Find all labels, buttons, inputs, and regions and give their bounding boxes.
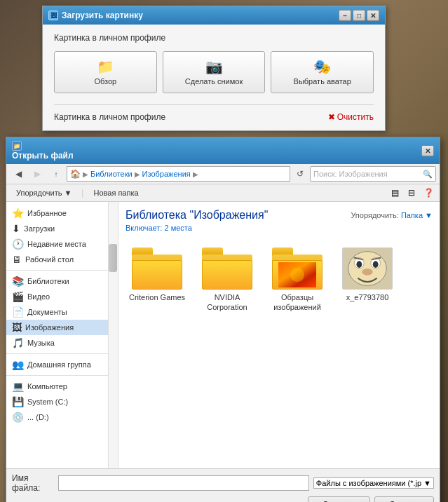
avatar-button[interactable]: 🎭 Выбрать аватар — [271, 51, 374, 93]
address-bar[interactable]: 🏠 ▶ Библиотеки ▶ Изображения ▶ — [67, 166, 290, 182]
view-btn-1[interactable]: ▤ — [387, 186, 402, 200]
sidebar-item-homegroup[interactable]: 👥 Домашняя группа — [6, 357, 118, 372]
sidebar-item-images[interactable]: 🖼 Изображения — [6, 320, 118, 335]
folder-samples[interactable]: Образцы изображений — [266, 245, 329, 316]
homegroup-icon: 👥 — [12, 359, 24, 370]
snapshot-button[interactable]: 📷 Сделать снимок — [163, 51, 266, 93]
clear-link[interactable]: ✖ Очистить — [328, 112, 374, 122]
library-subtitle: Включает: 2 места — [125, 224, 433, 232]
includes-label: Включает: — [125, 224, 162, 232]
upload-title-icon: 🖼 — [48, 11, 58, 20]
files-grid: Criterion Games NVIDIA Corporation — [125, 239, 433, 316]
sidebar-item-recent[interactable]: 🕐 Недавние места — [6, 236, 118, 252]
breadcrumb-images[interactable]: Изображения — [142, 170, 191, 178]
sidebar-item-computer[interactable]: 💻 Компьютер — [6, 379, 118, 394]
refresh-button[interactable]: ↺ — [292, 166, 308, 182]
filename-input[interactable] — [58, 475, 309, 491]
file-open-dialog: 📁 Открыть файл ✕ ◀ ▶ ↑ 🏠 ▶ Библиотеки ▶ … — [6, 137, 440, 502]
sidebar-label-favorites: Избранное — [27, 209, 67, 217]
downloads-icon: ⬇ — [12, 223, 20, 234]
toolbar2-right: ▤ ⊟ ❓ — [387, 186, 436, 200]
file-sidebar-wrapper: ⭐ Избранное ⬇ Загрузки 🕐 Недавние места … — [6, 202, 118, 468]
sort-arrow-icon: ▼ — [64, 189, 72, 197]
upload-section-title: Картинка в личном профиле — [54, 33, 374, 43]
forward-button[interactable]: ▶ — [29, 166, 46, 182]
folder-nvidia[interactable]: NVIDIA Corporation — [196, 245, 259, 316]
svg-point-6 — [356, 261, 362, 268]
sidebar-item-desktop[interactable]: 🖥 Рабочий стол — [6, 252, 118, 267]
breadcrumb-sep-0: ▶ — [83, 170, 88, 178]
file-bottom: Имя файла: Файлы с изображениями (*.jp ▼… — [6, 468, 440, 502]
file-title-icon: 📁 — [12, 141, 22, 151]
snapshot-label: Сделать снимок — [185, 77, 243, 86]
svg-point-7 — [373, 261, 379, 268]
arrange-value[interactable]: Папка ▼ — [401, 211, 433, 219]
folder-nvidia-icon — [202, 247, 252, 290]
avatar-label: Выбрать аватар — [294, 77, 351, 86]
file-content: Библиотека "Изображения" Упорядочить: Па… — [118, 202, 440, 468]
search-box[interactable]: Поиск: Изображения 🔍 — [310, 166, 436, 182]
up-button[interactable]: ↑ — [48, 166, 65, 182]
open-button[interactable]: Открыть — [308, 496, 370, 502]
sidebar-scrollbar-track — [108, 202, 118, 468]
upload-maximize-btn[interactable]: □ — [353, 10, 365, 21]
folder-criterion-games[interactable]: Criterion Games — [125, 245, 189, 305]
new-folder-button[interactable]: Новая папка — [87, 186, 144, 199]
upload-close-btn[interactable]: ✕ — [367, 10, 379, 21]
sidebar-label-desktop: Рабочий стол — [25, 255, 74, 264]
drive-d-icon: 💿 — [12, 412, 24, 423]
file-meme[interactable]: x_e7793780 — [336, 245, 399, 305]
sidebar-label-downloads: Загрузки — [24, 224, 55, 233]
sidebar-item-system-c[interactable]: 💾 System (C:) — [6, 394, 118, 409]
sort-button[interactable]: Упорядочить ▼ — [10, 186, 78, 199]
folder-front-1 — [132, 260, 182, 290]
file-main: ⭐ Избранное ⬇ Загрузки 🕐 Недавние места … — [6, 202, 440, 468]
sidebar-item-music[interactable]: 🎵 Музыка — [6, 335, 118, 351]
snapshot-icon: 📷 — [204, 59, 224, 74]
filetype-select[interactable]: Файлы с изображениями (*.jp ▼ — [313, 477, 434, 489]
svg-point-1 — [290, 268, 304, 282]
new-folder-label: Новая папка — [93, 189, 138, 197]
breadcrumb-libraries[interactable]: Библиотеки — [90, 170, 133, 178]
arrange-dropdown-icon: ▼ — [425, 211, 433, 219]
arrange-label: Упорядочить: — [351, 211, 399, 219]
drive-c-icon: 💾 — [12, 396, 24, 407]
sidebar-item-favorites[interactable]: ⭐ Избранное — [6, 205, 118, 221]
file-close-btn[interactable]: ✕ — [421, 145, 434, 156]
back-button[interactable]: ◀ — [10, 166, 27, 182]
svg-point-8 — [362, 269, 373, 276]
recent-icon: 🕐 — [12, 238, 24, 250]
folder-criterion-label: Criterion Games — [129, 292, 185, 302]
meme-thumbnail — [342, 247, 393, 290]
sidebar-item-documents[interactable]: 📄 Документы — [6, 304, 118, 320]
avatar-icon: 🎭 — [313, 59, 332, 74]
star-icon: ⭐ — [12, 208, 24, 219]
sidebar-item-video[interactable]: 🎬 Видео — [6, 289, 118, 304]
upload-minimize-btn[interactable]: – — [339, 10, 351, 21]
folder-front-2 — [202, 260, 252, 290]
thumbnail-svg — [278, 262, 316, 287]
view-btn-3[interactable]: ❓ — [421, 186, 436, 200]
sidebar-label-libraries: Библиотеки — [27, 277, 69, 285]
upload-title-text: Загрузить картинку — [62, 11, 143, 20]
cancel-button[interactable]: Отмена — [374, 496, 434, 502]
upload-buttons: 📁 Обзор 📷 Сделать снимок 🎭 Выбрать авата… — [54, 51, 374, 93]
upload-title-left: 🖼 Загрузить картинку — [48, 11, 143, 20]
folder-samples-label: Образцы изображений — [269, 292, 326, 313]
upload-bottom: Картинка в личном профиле ✖ Очистить — [54, 104, 374, 122]
browse-button[interactable]: 📁 Обзор — [54, 51, 157, 93]
sidebar-item-libraries[interactable]: 📚 Библиотеки — [6, 273, 118, 289]
filename-label: Имя файла: — [12, 473, 54, 493]
sidebar-scrollbar-thumb[interactable] — [109, 244, 117, 272]
file-toolbar2: Упорядочить ▼ | Новая папка ▤ ⊟ ❓ — [6, 184, 440, 202]
sidebar-item-drive-d[interactable]: 💿 ... (D:) — [6, 409, 118, 425]
locations-link[interactable]: 2 места — [164, 224, 191, 232]
breadcrumb-sep-1: ▶ — [135, 170, 140, 178]
sidebar-item-downloads[interactable]: ⬇ Загрузки — [6, 221, 118, 236]
libraries-icon: 📚 — [12, 276, 24, 287]
clear-label: Очистить — [337, 112, 374, 122]
sidebar-label-music: Музыка — [27, 339, 55, 347]
library-title: Библиотека "Изображения" — [125, 209, 268, 222]
view-btn-2[interactable]: ⊟ — [404, 186, 419, 200]
file-toolbar: ◀ ▶ ↑ 🏠 ▶ Библиотеки ▶ Изображения ▶ ↺ П… — [6, 164, 440, 184]
